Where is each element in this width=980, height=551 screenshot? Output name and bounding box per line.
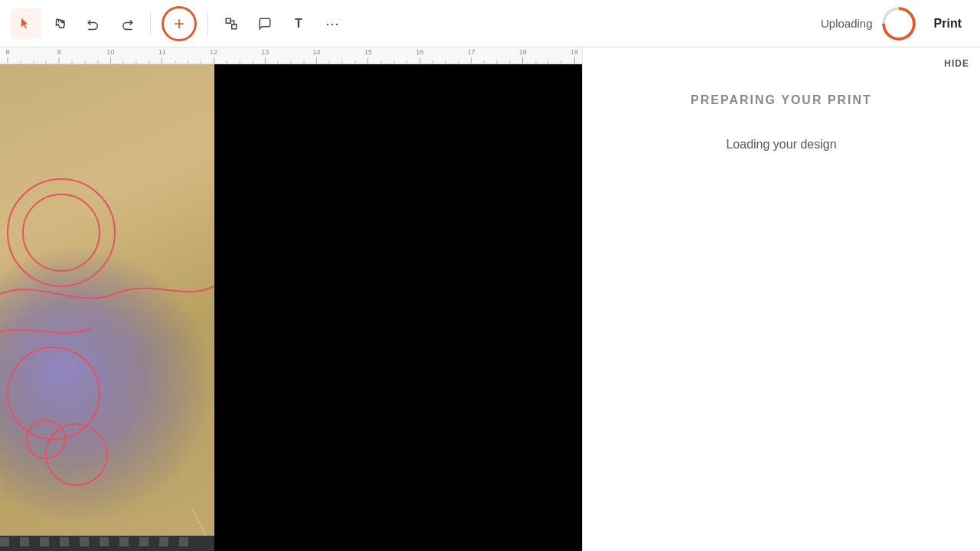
- text-tool-button[interactable]: T: [283, 8, 314, 39]
- preparing-title: PREPARING YOUR PRINT: [691, 93, 872, 107]
- upload-progress-ring: [882, 7, 916, 41]
- upload-progress-avatar: [882, 7, 916, 41]
- uploading-status: Uploading: [821, 17, 873, 30]
- design-canvas: [0, 64, 582, 551]
- print-button[interactable]: Print: [925, 11, 971, 37]
- toolbar: + T ⋯ Uploading Print: [0, 0, 980, 47]
- hide-panel-button[interactable]: HIDE: [944, 58, 969, 69]
- undo-button[interactable]: [78, 8, 109, 39]
- ruler: 8910111213141516171819: [0, 47, 582, 64]
- panel-content: PREPARING YOUR PRINT Loading your design: [583, 47, 980, 152]
- toolbar-right: Uploading Print: [821, 7, 971, 41]
- redo-button[interactable]: [112, 8, 142, 39]
- add-icon: +: [174, 13, 185, 34]
- canvas-area[interactable]: [0, 64, 582, 551]
- text-icon: T: [295, 17, 302, 31]
- toolbar-divider-1: [150, 12, 151, 35]
- loading-status: Loading your design: [726, 138, 836, 152]
- pan-tool-button[interactable]: [44, 8, 75, 39]
- more-options-button[interactable]: ⋯: [317, 8, 348, 39]
- transform-tool-button[interactable]: [216, 8, 247, 39]
- toolbar-divider-2: [207, 12, 208, 35]
- comment-tool-button[interactable]: [250, 8, 280, 39]
- add-element-button[interactable]: +: [162, 6, 197, 41]
- more-icon: ⋯: [325, 15, 340, 32]
- right-panel: HIDE PREPARING YOUR PRINT Loading your d…: [582, 47, 980, 551]
- ruler-marks: 8910111213141516171819: [0, 47, 582, 64]
- select-tool-button[interactable]: [11, 8, 41, 39]
